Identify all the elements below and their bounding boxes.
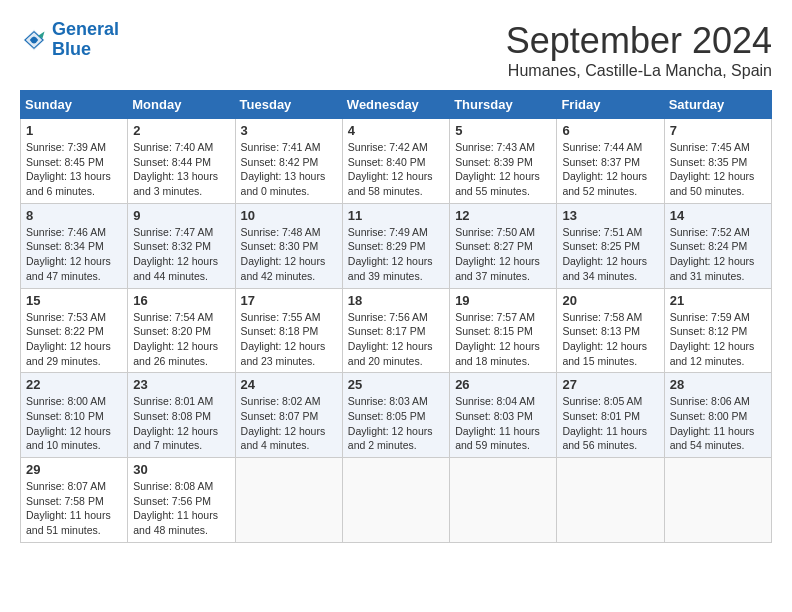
calendar-cell: 26Sunrise: 8:04 AM Sunset: 8:03 PM Dayli… [450, 373, 557, 458]
calendar-cell: 9Sunrise: 7:47 AM Sunset: 8:32 PM Daylig… [128, 203, 235, 288]
day-number: 5 [455, 123, 551, 138]
calendar-cell [235, 458, 342, 543]
day-info: Sunrise: 7:39 AM Sunset: 8:45 PM Dayligh… [26, 140, 122, 199]
calendar-cell: 23Sunrise: 8:01 AM Sunset: 8:08 PM Dayli… [128, 373, 235, 458]
header-friday: Friday [557, 91, 664, 119]
day-info: Sunrise: 8:00 AM Sunset: 8:10 PM Dayligh… [26, 394, 122, 453]
day-info: Sunrise: 7:53 AM Sunset: 8:22 PM Dayligh… [26, 310, 122, 369]
calendar-body: 1Sunrise: 7:39 AM Sunset: 8:45 PM Daylig… [21, 119, 772, 543]
calendar-cell: 16Sunrise: 7:54 AM Sunset: 8:20 PM Dayli… [128, 288, 235, 373]
day-number: 26 [455, 377, 551, 392]
day-number: 2 [133, 123, 229, 138]
header-wednesday: Wednesday [342, 91, 449, 119]
logo-text: General Blue [52, 20, 119, 60]
day-info: Sunrise: 8:04 AM Sunset: 8:03 PM Dayligh… [455, 394, 551, 453]
week-row-1: 1Sunrise: 7:39 AM Sunset: 8:45 PM Daylig… [21, 119, 772, 204]
day-number: 14 [670, 208, 766, 223]
day-info: Sunrise: 7:55 AM Sunset: 8:18 PM Dayligh… [241, 310, 337, 369]
day-number: 24 [241, 377, 337, 392]
day-number: 25 [348, 377, 444, 392]
calendar-cell [342, 458, 449, 543]
calendar-cell: 19Sunrise: 7:57 AM Sunset: 8:15 PM Dayli… [450, 288, 557, 373]
day-number: 10 [241, 208, 337, 223]
day-info: Sunrise: 7:42 AM Sunset: 8:40 PM Dayligh… [348, 140, 444, 199]
day-number: 4 [348, 123, 444, 138]
day-number: 17 [241, 293, 337, 308]
day-number: 28 [670, 377, 766, 392]
day-info: Sunrise: 7:40 AM Sunset: 8:44 PM Dayligh… [133, 140, 229, 199]
header-saturday: Saturday [664, 91, 771, 119]
calendar-cell: 10Sunrise: 7:48 AM Sunset: 8:30 PM Dayli… [235, 203, 342, 288]
day-number: 16 [133, 293, 229, 308]
logo-icon [20, 26, 48, 54]
day-number: 29 [26, 462, 122, 477]
day-info: Sunrise: 7:50 AM Sunset: 8:27 PM Dayligh… [455, 225, 551, 284]
calendar-cell: 14Sunrise: 7:52 AM Sunset: 8:24 PM Dayli… [664, 203, 771, 288]
week-row-3: 15Sunrise: 7:53 AM Sunset: 8:22 PM Dayli… [21, 288, 772, 373]
day-number: 12 [455, 208, 551, 223]
day-number: 11 [348, 208, 444, 223]
day-number: 1 [26, 123, 122, 138]
day-info: Sunrise: 7:57 AM Sunset: 8:15 PM Dayligh… [455, 310, 551, 369]
header-row: SundayMondayTuesdayWednesdayThursdayFrid… [21, 91, 772, 119]
calendar-cell: 6Sunrise: 7:44 AM Sunset: 8:37 PM Daylig… [557, 119, 664, 204]
day-info: Sunrise: 7:46 AM Sunset: 8:34 PM Dayligh… [26, 225, 122, 284]
calendar-cell: 3Sunrise: 7:41 AM Sunset: 8:42 PM Daylig… [235, 119, 342, 204]
day-info: Sunrise: 8:02 AM Sunset: 8:07 PM Dayligh… [241, 394, 337, 453]
day-number: 7 [670, 123, 766, 138]
calendar-cell: 18Sunrise: 7:56 AM Sunset: 8:17 PM Dayli… [342, 288, 449, 373]
calendar-cell: 20Sunrise: 7:58 AM Sunset: 8:13 PM Dayli… [557, 288, 664, 373]
calendar-cell: 13Sunrise: 7:51 AM Sunset: 8:25 PM Dayli… [557, 203, 664, 288]
subtitle: Humanes, Castille-La Mancha, Spain [506, 62, 772, 80]
calendar-cell: 2Sunrise: 7:40 AM Sunset: 8:44 PM Daylig… [128, 119, 235, 204]
header-tuesday: Tuesday [235, 91, 342, 119]
day-info: Sunrise: 8:01 AM Sunset: 8:08 PM Dayligh… [133, 394, 229, 453]
week-row-2: 8Sunrise: 7:46 AM Sunset: 8:34 PM Daylig… [21, 203, 772, 288]
calendar-cell: 21Sunrise: 7:59 AM Sunset: 8:12 PM Dayli… [664, 288, 771, 373]
week-row-4: 22Sunrise: 8:00 AM Sunset: 8:10 PM Dayli… [21, 373, 772, 458]
calendar-cell: 7Sunrise: 7:45 AM Sunset: 8:35 PM Daylig… [664, 119, 771, 204]
day-number: 15 [26, 293, 122, 308]
day-info: Sunrise: 7:48 AM Sunset: 8:30 PM Dayligh… [241, 225, 337, 284]
day-number: 13 [562, 208, 658, 223]
day-info: Sunrise: 7:45 AM Sunset: 8:35 PM Dayligh… [670, 140, 766, 199]
day-info: Sunrise: 7:54 AM Sunset: 8:20 PM Dayligh… [133, 310, 229, 369]
day-number: 20 [562, 293, 658, 308]
day-number: 23 [133, 377, 229, 392]
header-monday: Monday [128, 91, 235, 119]
week-row-5: 29Sunrise: 8:07 AM Sunset: 7:58 PM Dayli… [21, 458, 772, 543]
day-info: Sunrise: 7:41 AM Sunset: 8:42 PM Dayligh… [241, 140, 337, 199]
calendar-cell [664, 458, 771, 543]
calendar-cell: 4Sunrise: 7:42 AM Sunset: 8:40 PM Daylig… [342, 119, 449, 204]
day-info: Sunrise: 8:05 AM Sunset: 8:01 PM Dayligh… [562, 394, 658, 453]
calendar-cell: 12Sunrise: 7:50 AM Sunset: 8:27 PM Dayli… [450, 203, 557, 288]
calendar-cell: 22Sunrise: 8:00 AM Sunset: 8:10 PM Dayli… [21, 373, 128, 458]
day-number: 3 [241, 123, 337, 138]
calendar-cell: 30Sunrise: 8:08 AM Sunset: 7:56 PM Dayli… [128, 458, 235, 543]
day-info: Sunrise: 8:08 AM Sunset: 7:56 PM Dayligh… [133, 479, 229, 538]
day-number: 21 [670, 293, 766, 308]
logo-line2: Blue [52, 39, 91, 59]
day-info: Sunrise: 7:43 AM Sunset: 8:39 PM Dayligh… [455, 140, 551, 199]
day-number: 18 [348, 293, 444, 308]
header-thursday: Thursday [450, 91, 557, 119]
calendar-cell [450, 458, 557, 543]
calendar-cell: 29Sunrise: 8:07 AM Sunset: 7:58 PM Dayli… [21, 458, 128, 543]
main-title: September 2024 [506, 20, 772, 62]
day-number: 19 [455, 293, 551, 308]
header-sunday: Sunday [21, 91, 128, 119]
calendar-cell: 15Sunrise: 7:53 AM Sunset: 8:22 PM Dayli… [21, 288, 128, 373]
calendar-cell: 17Sunrise: 7:55 AM Sunset: 8:18 PM Dayli… [235, 288, 342, 373]
logo: General Blue [20, 20, 119, 60]
day-info: Sunrise: 8:07 AM Sunset: 7:58 PM Dayligh… [26, 479, 122, 538]
logo-line1: General [52, 19, 119, 39]
day-info: Sunrise: 7:59 AM Sunset: 8:12 PM Dayligh… [670, 310, 766, 369]
calendar-cell: 27Sunrise: 8:05 AM Sunset: 8:01 PM Dayli… [557, 373, 664, 458]
calendar-cell: 8Sunrise: 7:46 AM Sunset: 8:34 PM Daylig… [21, 203, 128, 288]
calendar-cell: 11Sunrise: 7:49 AM Sunset: 8:29 PM Dayli… [342, 203, 449, 288]
day-info: Sunrise: 7:56 AM Sunset: 8:17 PM Dayligh… [348, 310, 444, 369]
day-info: Sunrise: 7:49 AM Sunset: 8:29 PM Dayligh… [348, 225, 444, 284]
page-header: General Blue September 2024 Humanes, Cas… [20, 20, 772, 80]
day-number: 22 [26, 377, 122, 392]
day-info: Sunrise: 7:51 AM Sunset: 8:25 PM Dayligh… [562, 225, 658, 284]
